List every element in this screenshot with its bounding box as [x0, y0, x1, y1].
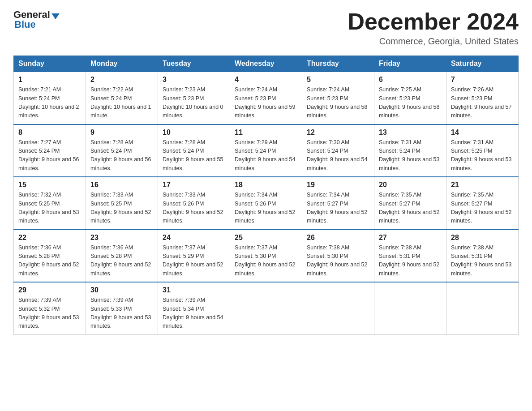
table-row: 23Sunrise: 7:36 AMSunset: 5:28 PMDayligh…: [86, 230, 158, 283]
table-row: 21Sunrise: 7:35 AMSunset: 5:27 PMDayligh…: [446, 177, 519, 230]
table-row: 1Sunrise: 7:21 AMSunset: 5:24 PMDaylight…: [14, 72, 86, 124]
col-thursday: Thursday: [302, 56, 374, 72]
day-info: Sunrise: 7:31 AMSunset: 5:24 PMDaylight:…: [379, 138, 442, 173]
table-row: 3Sunrise: 7:23 AMSunset: 5:23 PMDaylight…: [158, 72, 230, 124]
table-row: 19Sunrise: 7:34 AMSunset: 5:27 PMDayligh…: [302, 177, 374, 230]
table-row: 11Sunrise: 7:29 AMSunset: 5:24 PMDayligh…: [230, 124, 302, 177]
day-info: Sunrise: 7:25 AMSunset: 5:23 PMDaylight:…: [379, 86, 442, 120]
day-info: Sunrise: 7:27 AMSunset: 5:24 PMDaylight:…: [18, 138, 81, 173]
col-saturday: Saturday: [446, 56, 519, 72]
calendar-week-row: 15Sunrise: 7:32 AMSunset: 5:25 PMDayligh…: [14, 177, 519, 230]
day-number: 17: [163, 181, 225, 189]
table-row: [302, 282, 374, 334]
logo: General Blue: [13, 9, 60, 30]
day-number: 3: [163, 76, 225, 84]
table-row: 26Sunrise: 7:38 AMSunset: 5:30 PMDayligh…: [302, 230, 374, 283]
col-sunday: Sunday: [14, 56, 86, 72]
day-number: 25: [235, 234, 297, 242]
calendar-week-row: 1Sunrise: 7:21 AMSunset: 5:24 PMDaylight…: [14, 72, 519, 124]
day-info: Sunrise: 7:23 AMSunset: 5:23 PMDaylight:…: [163, 86, 225, 120]
day-number: 2: [90, 76, 153, 84]
day-number: 23: [90, 234, 153, 242]
day-info: Sunrise: 7:36 AMSunset: 5:28 PMDaylight:…: [90, 244, 153, 278]
month-title: December 2024: [348, 9, 519, 34]
calendar-week-row: 8Sunrise: 7:27 AMSunset: 5:24 PMDaylight…: [14, 124, 519, 177]
day-info: Sunrise: 7:26 AMSunset: 5:23 PMDaylight:…: [451, 86, 514, 120]
day-info: Sunrise: 7:29 AMSunset: 5:24 PMDaylight:…: [235, 138, 297, 173]
table-row: 4Sunrise: 7:24 AMSunset: 5:23 PMDaylight…: [230, 72, 302, 124]
day-info: Sunrise: 7:37 AMSunset: 5:29 PMDaylight:…: [163, 244, 225, 278]
table-row: [446, 282, 519, 334]
table-row: 8Sunrise: 7:27 AMSunset: 5:24 PMDaylight…: [14, 124, 86, 177]
table-row: 2Sunrise: 7:22 AMSunset: 5:24 PMDaylight…: [86, 72, 158, 124]
day-number: 7: [451, 76, 514, 84]
day-number: 22: [18, 234, 81, 242]
day-info: Sunrise: 7:38 AMSunset: 5:31 PMDaylight:…: [379, 244, 442, 278]
day-number: 28: [451, 234, 514, 242]
col-wednesday: Wednesday: [230, 56, 302, 72]
day-number: 24: [163, 234, 225, 242]
day-number: 20: [379, 181, 442, 189]
table-row: 25Sunrise: 7:37 AMSunset: 5:30 PMDayligh…: [230, 230, 302, 283]
day-number: 8: [18, 128, 81, 137]
table-row: 10Sunrise: 7:28 AMSunset: 5:24 PMDayligh…: [158, 124, 230, 177]
calendar-table: Sunday Monday Tuesday Wednesday Thursday…: [13, 56, 519, 335]
day-info: Sunrise: 7:34 AMSunset: 5:27 PMDaylight:…: [307, 191, 369, 226]
day-info: Sunrise: 7:31 AMSunset: 5:25 PMDaylight:…: [451, 138, 514, 173]
table-row: 18Sunrise: 7:34 AMSunset: 5:26 PMDayligh…: [230, 177, 302, 230]
day-info: Sunrise: 7:38 AMSunset: 5:31 PMDaylight:…: [451, 244, 514, 278]
day-number: 10: [163, 128, 225, 137]
day-info: Sunrise: 7:35 AMSunset: 5:27 PMDaylight:…: [451, 191, 514, 226]
calendar-week-row: 29Sunrise: 7:39 AMSunset: 5:32 PMDayligh…: [14, 282, 519, 334]
table-row: [230, 282, 302, 334]
day-number: 6: [379, 76, 442, 84]
table-row: 9Sunrise: 7:28 AMSunset: 5:24 PMDaylight…: [86, 124, 158, 177]
day-info: Sunrise: 7:28 AMSunset: 5:24 PMDaylight:…: [90, 138, 153, 173]
table-row: 30Sunrise: 7:39 AMSunset: 5:33 PMDayligh…: [86, 282, 158, 334]
table-row: 16Sunrise: 7:33 AMSunset: 5:25 PMDayligh…: [86, 177, 158, 230]
day-number: 14: [451, 128, 514, 137]
table-row: 12Sunrise: 7:30 AMSunset: 5:24 PMDayligh…: [302, 124, 374, 177]
day-info: Sunrise: 7:34 AMSunset: 5:26 PMDaylight:…: [235, 191, 297, 226]
day-info: Sunrise: 7:39 AMSunset: 5:32 PMDaylight:…: [18, 296, 81, 331]
day-info: Sunrise: 7:33 AMSunset: 5:25 PMDaylight:…: [90, 191, 153, 226]
table-row: 7Sunrise: 7:26 AMSunset: 5:23 PMDaylight…: [446, 72, 519, 124]
calendar-week-row: 22Sunrise: 7:36 AMSunset: 5:28 PMDayligh…: [14, 230, 519, 283]
table-row: 17Sunrise: 7:33 AMSunset: 5:26 PMDayligh…: [158, 177, 230, 230]
day-info: Sunrise: 7:39 AMSunset: 5:34 PMDaylight:…: [163, 296, 225, 331]
col-tuesday: Tuesday: [158, 56, 230, 72]
day-number: 18: [235, 181, 297, 189]
day-number: 16: [90, 181, 153, 189]
col-monday: Monday: [86, 56, 158, 72]
table-row: 27Sunrise: 7:38 AMSunset: 5:31 PMDayligh…: [374, 230, 446, 283]
day-info: Sunrise: 7:24 AMSunset: 5:23 PMDaylight:…: [307, 86, 369, 120]
col-friday: Friday: [374, 56, 446, 72]
table-row: 20Sunrise: 7:35 AMSunset: 5:27 PMDayligh…: [374, 177, 446, 230]
day-info: Sunrise: 7:36 AMSunset: 5:28 PMDaylight:…: [18, 244, 81, 278]
day-number: 4: [235, 76, 297, 84]
table-row: 24Sunrise: 7:37 AMSunset: 5:29 PMDayligh…: [158, 230, 230, 283]
table-row: 22Sunrise: 7:36 AMSunset: 5:28 PMDayligh…: [14, 230, 86, 283]
title-area: December 2024 Commerce, Georgia, United …: [348, 9, 519, 47]
table-row: 13Sunrise: 7:31 AMSunset: 5:24 PMDayligh…: [374, 124, 446, 177]
logo-blue-text: Blue: [14, 19, 60, 30]
day-info: Sunrise: 7:22 AMSunset: 5:24 PMDaylight:…: [90, 86, 153, 120]
day-number: 19: [307, 181, 369, 189]
day-info: Sunrise: 7:24 AMSunset: 5:23 PMDaylight:…: [235, 86, 297, 120]
day-number: 27: [379, 234, 442, 242]
day-number: 11: [235, 128, 297, 137]
day-info: Sunrise: 7:35 AMSunset: 5:27 PMDaylight:…: [379, 191, 442, 226]
day-info: Sunrise: 7:30 AMSunset: 5:24 PMDaylight:…: [307, 138, 369, 173]
day-number: 30: [90, 286, 153, 294]
day-number: 15: [18, 181, 81, 189]
table-row: 15Sunrise: 7:32 AMSunset: 5:25 PMDayligh…: [14, 177, 86, 230]
day-info: Sunrise: 7:32 AMSunset: 5:25 PMDaylight:…: [18, 191, 81, 226]
table-row: 5Sunrise: 7:24 AMSunset: 5:23 PMDaylight…: [302, 72, 374, 124]
day-number: 13: [379, 128, 442, 137]
day-info: Sunrise: 7:37 AMSunset: 5:30 PMDaylight:…: [235, 244, 297, 278]
day-info: Sunrise: 7:38 AMSunset: 5:30 PMDaylight:…: [307, 244, 369, 278]
table-row: 6Sunrise: 7:25 AMSunset: 5:23 PMDaylight…: [374, 72, 446, 124]
logo-arrow-icon: [51, 13, 60, 19]
day-number: 9: [90, 128, 153, 137]
day-number: 29: [18, 286, 81, 294]
